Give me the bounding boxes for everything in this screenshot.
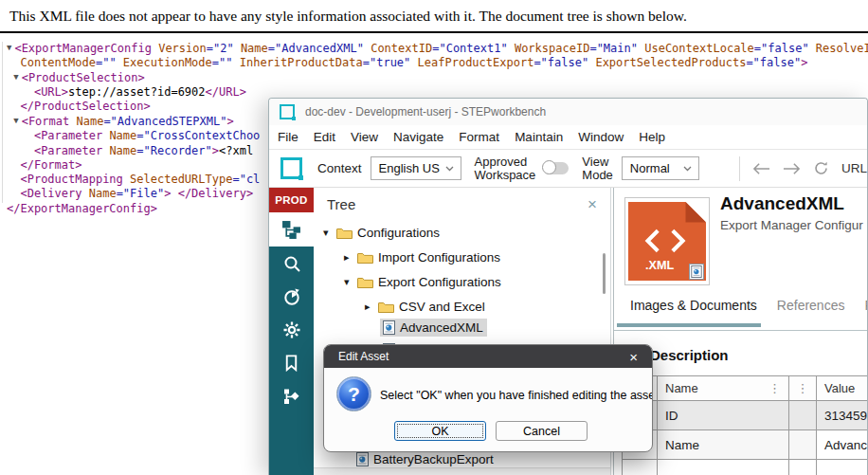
context-select[interactable]: English US	[371, 156, 461, 180]
attribute-value-cell[interactable]: Advanc	[817, 430, 867, 460]
asset-title: AdvancedXML	[720, 193, 844, 214]
close-icon[interactable]: ×	[588, 196, 597, 212]
attribute-value-cell[interactable]: 313459	[817, 401, 867, 430]
forward-arrow-icon	[783, 162, 801, 175]
collapse-arrow-icon[interactable]: ▾	[344, 276, 354, 288]
attribute-name-cell: Name	[658, 430, 789, 460]
menu-bar: FileEditViewNavigateFormatMaintainWindow…	[269, 125, 867, 150]
xml-style-notice: This XML file does not appear to have an…	[9, 8, 687, 25]
menu-navigate[interactable]: Navigate	[386, 130, 451, 144]
toolbar-divider	[739, 156, 740, 181]
asset-icon	[356, 452, 369, 466]
asset-icon	[383, 320, 395, 335]
collapse-arrow-icon[interactable]: ▾	[323, 227, 334, 239]
bookmark-icon	[282, 354, 300, 372]
tab-re[interactable]: Re	[864, 298, 867, 313]
left-sidebar: PROD	[269, 188, 314, 475]
value-header-cell[interactable]: Value	[817, 376, 867, 401]
dialog-titlebar[interactable]: Edit Asset ×	[324, 345, 652, 368]
table-header-row: Name ⋮ ⋮ Value	[623, 376, 867, 401]
menu-window[interactable]: Window	[570, 130, 631, 144]
chevron-down-icon	[445, 166, 454, 172]
menu-format[interactable]: Format	[451, 130, 507, 144]
menu-file[interactable]: File	[270, 130, 306, 144]
tree-item-configurations[interactable]: ▾Configurations	[323, 223, 443, 243]
view-mode-select-value: Normal	[630, 161, 670, 175]
attribute-value-cell[interactable]	[817, 460, 867, 475]
ok-button[interactable]: OK	[394, 421, 486, 441]
window-titlebar[interactable]: doc-dev - Development-userj - STEPworkbe…	[269, 99, 867, 125]
menu-maintain[interactable]: Maintain	[507, 130, 570, 144]
back-button[interactable]	[752, 162, 770, 175]
table-row[interactable]	[623, 460, 867, 475]
expand-arrow-icon[interactable]: ▸	[365, 301, 375, 313]
row-selector-cell[interactable]	[623, 460, 658, 475]
chevron-down-icon	[683, 166, 692, 172]
attribute-name-cell: ID	[658, 401, 789, 430]
menu-header-cell[interactable]: ⋮	[789, 376, 817, 401]
tree-item-label: BatteryBackupExport	[373, 452, 494, 466]
tree-item-label: AdvancedXML	[400, 320, 483, 335]
gear-icon	[282, 320, 301, 339]
sidebar-item-history[interactable]	[269, 280, 314, 313]
column-menu-icon[interactable]: ⋮	[797, 381, 809, 395]
sidebar-item-tree[interactable]	[269, 212, 314, 247]
cancel-button[interactable]: Cancel	[496, 421, 588, 441]
asset-subtitle: Export Manager Configur	[720, 218, 863, 232]
notice-divider	[0, 31, 868, 33]
table-row-name[interactable]: NameAdvanc	[623, 430, 867, 460]
menu-help[interactable]: Help	[631, 130, 673, 144]
tree-item-csv-and-excel[interactable]: ▸CSV and Excel	[365, 297, 489, 317]
approved-workspace-toggle[interactable]	[543, 162, 569, 174]
active-tab-underline	[617, 323, 761, 327]
tree-vertical-scrollbar[interactable]	[603, 253, 606, 294]
forward-button[interactable]	[783, 162, 801, 175]
folder-icon	[357, 276, 373, 288]
stepworkbench-logo-icon	[280, 104, 295, 119]
sidebar-item-workflow[interactable]	[269, 379, 314, 412]
table-row-id[interactable]: ID313459	[623, 401, 867, 430]
tree-item-label: Configurations	[357, 226, 440, 240]
workflow-icon	[282, 387, 301, 406]
sidebar-item-bookmarks[interactable]	[269, 346, 314, 379]
tree-item-import-configurations[interactable]: ▸Import Configurations	[344, 247, 504, 267]
context-select-value: English US	[379, 161, 440, 175]
view-mode-select[interactable]: Normal	[622, 156, 699, 180]
back-arrow-icon	[752, 162, 770, 175]
xml-line: ContentMode="" ExecutionMode="" InheritP…	[7, 56, 868, 70]
xml-line: ▼<ExportManagerConfig Version="2" Name="…	[7, 41, 868, 56]
step-context-icon	[280, 157, 302, 179]
name-header-cell[interactable]: Name ⋮	[658, 376, 789, 401]
view-mode-label: ViewMode	[582, 155, 613, 182]
menu-view[interactable]: View	[343, 130, 386, 144]
approved-workspace-label: ApprovedWorkspace	[475, 155, 536, 182]
dialog-message: Select "OK" when you have finished editi…	[380, 389, 653, 402]
expand-arrow-icon[interactable]: ▸	[344, 251, 354, 264]
tree-item-export-configurations[interactable]: ▾Export Configurations	[344, 272, 505, 292]
folder-icon	[378, 301, 394, 313]
tree-item-advancedxml[interactable]: AdvancedXML	[380, 318, 487, 338]
refresh-icon	[813, 160, 829, 176]
search-icon	[282, 254, 301, 273]
url-label: URL	[841, 161, 867, 175]
row-menu-cell	[789, 430, 817, 460]
tab-references[interactable]: References	[777, 298, 845, 313]
refresh-button[interactable]	[813, 160, 829, 176]
menu-edit[interactable]: Edit	[306, 130, 343, 144]
sidebar-item-search[interactable]	[269, 247, 314, 280]
close-icon[interactable]: ×	[629, 350, 638, 364]
row-menu-cell	[789, 401, 817, 430]
svg-text:.XML: .XML	[645, 259, 675, 272]
tree-item-batterybackupexport[interactable]: BatteryBackupExport	[353, 449, 497, 468]
tree-horizontal-scrollbar[interactable]	[314, 467, 610, 475]
tab-images-documents[interactable]: Images & Documents	[630, 298, 757, 313]
tree-item-label: Export Configurations	[378, 275, 501, 289]
history-icon	[282, 287, 301, 306]
column-menu-icon[interactable]: ⋮	[769, 381, 781, 395]
folder-icon	[357, 251, 373, 264]
details-tabs: Images & DocumentsReferencesRe	[630, 298, 867, 313]
window-title: doc-dev - Development-userj - STEPworkbe…	[305, 105, 546, 119]
sidebar-item-settings[interactable]	[269, 313, 314, 346]
asset-preview[interactable]: .XML	[624, 197, 710, 285]
tree-panel-title: Tree	[327, 196, 355, 212]
